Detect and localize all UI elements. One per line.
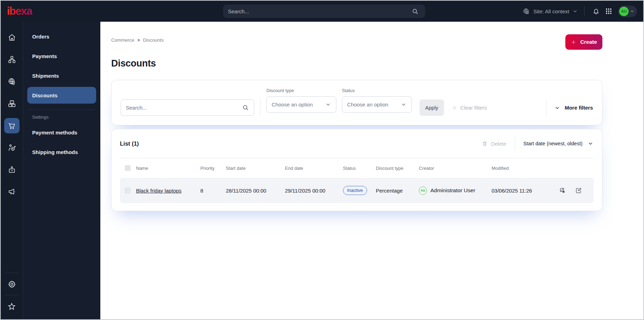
app-body: Orders Payments Shipments Discounts Sett… (1, 22, 643, 319)
icon-rail (1, 22, 23, 319)
creator-name: Administrator User (430, 187, 475, 194)
breadcrumb-discounts: Discounts (143, 37, 164, 43)
app-window: ibexa Site: All context A (0, 0, 644, 320)
nav-content[interactable] (4, 52, 20, 67)
rail-divider (5, 295, 19, 295)
column-creator: Creator (419, 166, 492, 171)
column-end-date: End date (285, 166, 343, 171)
list-header-divider (515, 136, 515, 151)
status-value: Choose an option (347, 102, 388, 107)
menu-item-payments[interactable]: Payments (27, 48, 96, 64)
customer-target-icon (8, 144, 16, 152)
discount-type-label: Discount type (266, 88, 336, 93)
filters-card: Discount type Choose an option Status Ch… (111, 80, 602, 125)
bookmarks-star-icon (7, 302, 16, 311)
nav-site[interactable] (4, 74, 20, 89)
delete-button[interactable]: Delete (482, 141, 506, 147)
status-select[interactable]: Choose an option (342, 96, 412, 113)
product-boxes-icon (8, 99, 16, 108)
row-discount-type: Percentage (376, 188, 419, 194)
menu-item-discounts[interactable]: Discounts (27, 87, 96, 104)
column-priority: Priority (200, 166, 226, 171)
menu-item-orders[interactable]: Orders (27, 28, 96, 45)
nav-commerce[interactable] (4, 118, 20, 133)
search-icon[interactable] (410, 6, 420, 16)
notifications-bell-icon[interactable] (591, 6, 601, 16)
chevron-down-icon (554, 105, 560, 111)
order-badge-icon (8, 166, 16, 174)
menu-divider (28, 109, 95, 110)
menu-item-shipments[interactable]: Shipments (27, 67, 96, 84)
menu-item-shipping-methods[interactable]: Shipping methods (27, 144, 96, 160)
nav-product-catalog[interactable] (4, 96, 20, 111)
more-filters-label: More filters (565, 105, 593, 111)
discount-type-select[interactable]: Choose an option (266, 96, 336, 113)
delete-button-label: Delete (491, 141, 506, 147)
column-name: Name (136, 166, 200, 171)
breadcrumb-commerce[interactable]: Commerce (111, 37, 134, 43)
marketing-megaphone-icon (8, 188, 16, 196)
site-context-selector[interactable]: Site: All context (523, 8, 578, 15)
column-status: Status (343, 166, 376, 171)
nav-customers[interactable] (4, 140, 20, 155)
filter-divider (260, 99, 260, 116)
chevron-down-icon (572, 8, 578, 14)
column-modified: Modified (492, 166, 555, 171)
site-globe-cursor-icon (523, 8, 530, 15)
sort-selector[interactable]: Start date (newest, oldest) (523, 140, 594, 147)
menu-section-settings: Settings (32, 114, 96, 120)
clear-filters-button[interactable]: Clear filters (452, 99, 487, 116)
commerce-menu-panel: Orders Payments Shipments Discounts Sett… (23, 22, 100, 319)
discount-name-link[interactable]: Black friday laptops (136, 188, 200, 194)
apply-button[interactable]: Apply (420, 99, 444, 116)
column-start-date: Start date (226, 166, 285, 171)
home-icon (8, 33, 16, 42)
plus-icon (571, 39, 577, 45)
breadcrumb: Commerce > Discounts (111, 37, 164, 43)
list-header: List (1) Delete Start date (newest, olde… (120, 129, 594, 158)
chevron-down-icon (325, 102, 331, 107)
chevron-down-icon (401, 102, 407, 107)
edit-icon[interactable] (575, 187, 582, 194)
menu-item-payment-methods[interactable]: Payment methods (27, 124, 96, 141)
row-checkbox[interactable] (125, 188, 130, 193)
app-grid-icon[interactable] (603, 6, 614, 16)
more-filters-button[interactable]: More filters (554, 105, 593, 111)
trash-icon (482, 141, 488, 147)
column-discount-type: Discount type (376, 166, 419, 171)
nav-bookmarks[interactable] (4, 299, 20, 314)
sort-label: Start date (newest, oldest) (523, 141, 582, 146)
discount-type-value: Choose an option (272, 102, 313, 107)
global-search-input[interactable] (228, 8, 410, 14)
creator-avatar: AU (419, 187, 427, 195)
list-title: List (1) (120, 140, 139, 147)
search-icon[interactable] (242, 104, 249, 111)
create-button-label: Create (580, 39, 597, 45)
nav-order-management[interactable] (4, 162, 20, 178)
ibexa-logo[interactable]: ibexa (7, 5, 32, 18)
nav-dashboard[interactable] (4, 30, 20, 45)
row-end-date: 29/11/2025 00:00 (285, 188, 343, 194)
commerce-cart-icon (7, 121, 16, 130)
top-bar-right: Site: All context AU (523, 6, 637, 17)
user-menu[interactable]: AU (618, 6, 637, 17)
main-header-row: Commerce > Discounts Create (111, 34, 602, 50)
clear-filters-label: Clear filters (460, 105, 487, 111)
global-search[interactable] (223, 5, 425, 18)
select-all-checkbox[interactable] (125, 165, 130, 171)
main-content: Commerce > Discounts Create Discounts (100, 22, 643, 319)
nav-marketing[interactable] (4, 184, 20, 200)
content-tree-icon (8, 55, 16, 64)
more-filters-divider (546, 99, 546, 116)
list-search[interactable] (121, 99, 254, 116)
preview-unavailable-icon[interactable] (559, 187, 566, 194)
settings-gear-icon (8, 280, 16, 288)
creator-cell: AU Administrator User (419, 187, 492, 195)
table-header: Name Priority Start date End date Status… (120, 158, 594, 178)
list-search-input[interactable] (126, 105, 242, 111)
create-button[interactable]: Create (565, 34, 602, 50)
site-context-label: Site: All context (533, 8, 569, 14)
site-globe-cursor-icon (8, 77, 16, 86)
chevron-down-icon (587, 140, 594, 147)
nav-admin-settings[interactable] (4, 277, 20, 292)
